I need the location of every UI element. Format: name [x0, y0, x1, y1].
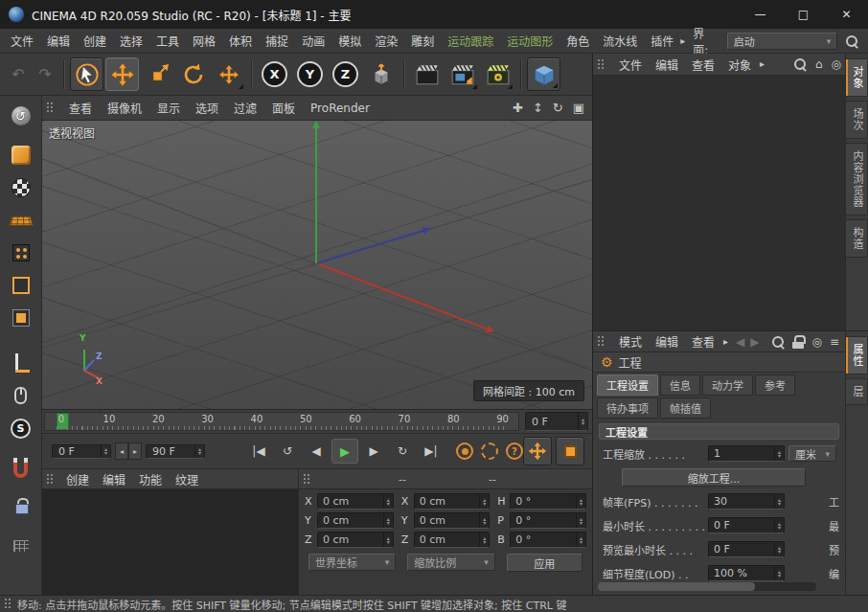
menu-item[interactable]: 捕捉 — [259, 29, 295, 53]
value-field[interactable]: 100 % — [708, 565, 785, 581]
autokey-icon[interactable] — [481, 442, 498, 460]
add-primitive-button[interactable] — [527, 57, 560, 91]
value-field[interactable]: 0 F — [708, 541, 785, 557]
range-next-icon[interactable]: ▸ — [128, 442, 142, 460]
coord-field[interactable]: 0 ° — [510, 532, 586, 548]
texture-mode-icon[interactable] — [6, 172, 36, 203]
menu-item[interactable]: 流水线 — [596, 29, 644, 53]
apply-button[interactable]: 应用 — [507, 554, 582, 572]
coord-field[interactable]: 0 ° — [510, 512, 586, 529]
panel-handle[interactable] — [46, 473, 55, 486]
coord-field[interactable]: 0 cm — [317, 532, 394, 548]
rotate-tool-button[interactable] — [176, 57, 210, 91]
om-menu-item[interactable]: 文件 — [612, 54, 649, 75]
edges-mode-icon[interactable] — [6, 270, 36, 301]
viewport-menu-item[interactable]: 选项 — [188, 96, 226, 120]
panel-handle[interactable] — [4, 598, 12, 610]
filter-icon[interactable]: ◎ — [832, 58, 841, 70]
layout-dropdown[interactable]: 启动 — [727, 33, 838, 50]
prev-key-icon[interactable]: ↺ — [274, 439, 301, 464]
polygons-mode-icon[interactable] — [6, 303, 36, 333]
attribute-tab[interactable]: 帧插值 — [660, 397, 711, 419]
prev-frame-icon[interactable]: ◀ — [303, 439, 330, 464]
spinner-icon[interactable] — [774, 518, 784, 533]
viewport-canvas[interactable]: 透视视图 Y Z X 网格间距 : 100 cm — [42, 121, 592, 410]
coord-field[interactable]: 0 cm — [414, 493, 491, 510]
redo-button[interactable]: ↷ — [33, 57, 57, 91]
spinner-icon[interactable] — [101, 445, 110, 458]
value-field[interactable]: 30 — [708, 493, 785, 510]
menu-item[interactable]: 网格 — [186, 29, 222, 53]
lock-icon[interactable] — [792, 335, 804, 349]
render-settings-button[interactable] — [481, 57, 514, 91]
panel-tab[interactable]: 内容浏览器 — [846, 143, 868, 215]
home-icon[interactable]: ⌂ — [815, 58, 823, 70]
panel-handle[interactable] — [46, 102, 55, 114]
z-axis-lock-button[interactable]: Z — [329, 57, 362, 91]
menu-item[interactable]: 运动图形 — [500, 29, 560, 53]
snap-toggle-icon[interactable]: S — [6, 413, 36, 443]
menu-item[interactable]: 模拟 — [331, 29, 368, 53]
search-icon[interactable] — [845, 34, 858, 48]
spinner-icon[interactable] — [774, 446, 784, 461]
start-frame-field[interactable]: 0 F — [52, 444, 111, 459]
panel-handle[interactable] — [303, 473, 311, 486]
material-menu-item[interactable]: 纹理 — [169, 469, 205, 488]
coordinate-system-dropdown[interactable]: 世界坐标 — [308, 554, 396, 571]
magnet-icon[interactable] — [6, 452, 36, 483]
coord-field[interactable]: 0 cm — [317, 493, 394, 510]
menu-item[interactable]: 工具 — [149, 29, 186, 53]
viewport-menu-item[interactable]: 显示 — [149, 96, 188, 120]
coordinate-system-button[interactable] — [364, 57, 398, 91]
points-mode-icon[interactable] — [6, 238, 36, 268]
spinner-icon[interactable] — [578, 413, 587, 430]
spinner-icon[interactable] — [479, 533, 489, 547]
x-axis-lock-button[interactable]: X — [258, 57, 291, 91]
spinner-icon[interactable] — [479, 494, 489, 509]
spinner-icon[interactable] — [774, 494, 784, 509]
panel-tab[interactable]: 属性 — [846, 336, 868, 374]
workplane-mode-icon[interactable] — [6, 205, 36, 236]
viewport-menu-item[interactable]: 查看 — [61, 96, 100, 120]
lock-workplane-icon[interactable] — [6, 491, 36, 522]
play-button[interactable]: ▶ — [331, 439, 358, 464]
menu-overflow-icon[interactable]: ▸ — [680, 36, 685, 46]
panel-tab[interactable]: 对象 — [846, 58, 868, 97]
quantize-icon[interactable] — [6, 531, 36, 561]
record-keyframe-icon[interactable] — [456, 442, 473, 460]
spinner-icon[interactable] — [383, 533, 393, 547]
panel-handle[interactable] — [597, 58, 605, 71]
attribute-tab[interactable]: 待办事项 — [597, 397, 658, 419]
render-view-button[interactable] — [410, 57, 444, 91]
keyframe-selection-icon[interactable]: ? — [506, 442, 523, 460]
undo-button[interactable]: ↶ — [6, 57, 31, 91]
skip-end-icon[interactable]: ▶| — [418, 439, 445, 464]
om-menu-item[interactable]: 查看 — [685, 54, 721, 75]
spinner-icon[interactable] — [576, 513, 585, 528]
viewport-menu-item[interactable]: ProRender — [303, 96, 377, 120]
attribute-tab[interactable]: 信息 — [660, 374, 700, 396]
panel-tab[interactable]: 层 — [846, 378, 868, 405]
next-key-icon[interactable]: ↻ — [389, 439, 416, 464]
menu-item[interactable]: 动画 — [295, 29, 331, 53]
spinner-icon[interactable] — [576, 494, 585, 509]
orbit-icon[interactable]: ↻ — [553, 102, 563, 114]
enable-axis-icon[interactable] — [6, 348, 36, 378]
scale-tool-button[interactable] — [141, 57, 174, 91]
menu-overflow-icon[interactable]: ▸ — [723, 337, 728, 347]
spinner-icon[interactable] — [383, 513, 393, 528]
current-frame-field[interactable]: 0 F — [525, 412, 588, 431]
coord-field[interactable]: 0 cm — [414, 512, 491, 529]
live-selection-button[interactable] — [70, 57, 103, 91]
target-icon[interactable]: ◎ — [811, 336, 821, 348]
coord-field[interactable]: 0 cm — [317, 512, 394, 529]
skip-start-icon[interactable]: |◀ — [245, 439, 272, 464]
horizontal-scrollbar[interactable] — [598, 582, 816, 591]
menu-item[interactable]: 雕刻 — [404, 29, 441, 53]
menu-overflow-icon[interactable]: ▸ — [760, 59, 765, 69]
om-menu-item[interactable]: 对象 — [721, 54, 758, 75]
spinner-icon[interactable] — [383, 494, 393, 509]
next-frame-icon[interactable]: ▶ — [360, 439, 387, 464]
material-menu-item[interactable]: 创建 — [59, 469, 96, 488]
scrollbar-thumb[interactable] — [598, 582, 755, 591]
